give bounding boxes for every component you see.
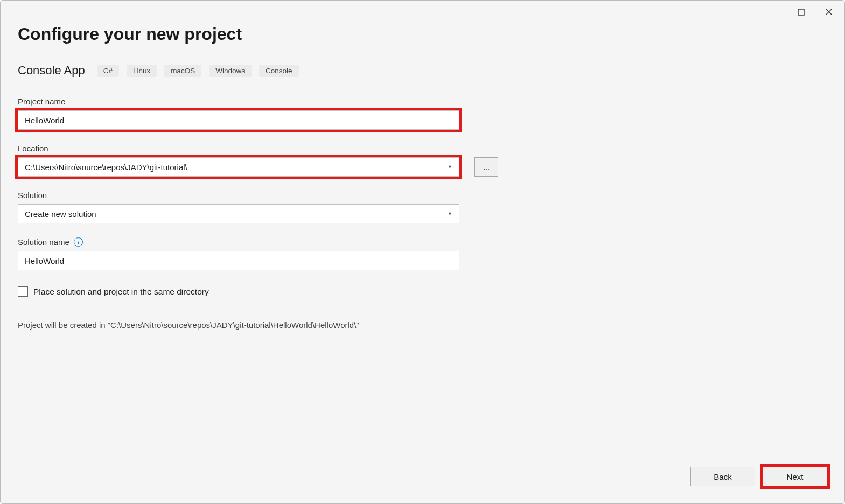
same-directory-row: Place solution and project in the same d…	[18, 286, 827, 297]
close-icon	[825, 8, 833, 16]
chevron-down-icon: ▼	[448, 211, 452, 216]
titlebar	[788, 4, 841, 20]
browse-label: ...	[483, 163, 490, 171]
solution-combo[interactable]: Create new solution ▼	[18, 204, 459, 223]
tag-linux: Linux	[127, 65, 157, 77]
project-name-group: Project name	[18, 97, 827, 130]
footer: Back Next	[690, 467, 827, 486]
tag-csharp: C#	[97, 65, 119, 77]
location-value: C:\Users\Nitro\source\repos\JADY\git-tut…	[25, 163, 187, 172]
template-name: Console App	[18, 64, 85, 78]
next-button[interactable]: Next	[763, 467, 827, 486]
svg-rect-0	[798, 9, 804, 15]
dialog-window: Configure your new project Console App C…	[0, 0, 845, 504]
next-label: Next	[787, 472, 804, 481]
location-combo[interactable]: C:\Users\Nitro\source\repos\JADY\git-tut…	[18, 157, 459, 177]
solution-name-input[interactable]	[18, 251, 459, 270]
browse-button[interactable]: ...	[474, 157, 498, 177]
solution-name-label: Solution name	[18, 237, 69, 247]
content-area: Configure your new project Console App C…	[1, 1, 844, 330]
location-label: Location	[18, 144, 827, 153]
same-directory-label: Place solution and project in the same d…	[33, 287, 209, 297]
back-label: Back	[714, 472, 731, 481]
project-name-label: Project name	[18, 97, 827, 106]
solution-group: Solution Create new solution ▼	[18, 191, 827, 223]
location-group: Location C:\Users\Nitro\source\repos\JAD…	[18, 144, 827, 177]
page-title: Configure your new project	[18, 24, 827, 44]
close-button[interactable]	[816, 4, 841, 20]
info-icon[interactable]: i	[74, 237, 83, 247]
project-name-input[interactable]	[18, 110, 459, 130]
solution-name-group: Solution name i	[18, 237, 827, 270]
creation-path-note: Project will be created in "C:\Users\Nit…	[18, 320, 827, 330]
solution-name-label-row: Solution name i	[18, 237, 827, 247]
maximize-button[interactable]	[788, 4, 813, 20]
tag-macos: macOS	[164, 65, 201, 77]
same-directory-checkbox[interactable]	[18, 286, 28, 297]
chevron-down-icon: ▼	[448, 164, 452, 170]
solution-label: Solution	[18, 191, 827, 200]
back-button[interactable]: Back	[690, 467, 755, 486]
maximize-icon	[798, 9, 805, 16]
tag-console: Console	[259, 65, 299, 77]
template-row: Console App C# Linux macOS Windows Conso…	[18, 64, 827, 78]
solution-value: Create new solution	[25, 209, 96, 219]
tag-windows: Windows	[209, 65, 252, 77]
